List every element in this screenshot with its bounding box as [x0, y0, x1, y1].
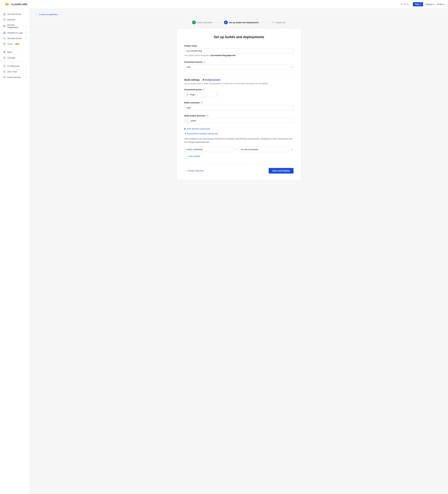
svg-point-1	[3, 19, 5, 21]
cloudflare-logo-icon	[4, 2, 10, 7]
svg-point-8	[4, 44, 5, 45]
sidebar-item-label: Discover	[7, 19, 16, 21]
sidebar-item-turnstile[interactable]: Turnstile	[0, 55, 30, 61]
turnstile-icon	[3, 56, 6, 59]
svg-rect-4	[4, 32, 5, 34]
framework-preset-select[interactable]: Hugo Next.js Gatsby Nuxt SvelteKit None	[184, 92, 218, 97]
sidebar-item-analytics-logs[interactable]: Analytics & Logs ▾	[0, 30, 30, 36]
home-icon	[3, 12, 6, 15]
framework-select-wrapper: H Hugo Next.js Gatsby Nuxt SvelteKit Non…	[184, 92, 218, 97]
sidebar-item-label: Email Security	[7, 76, 21, 78]
svg-point-9	[3, 51, 5, 53]
step-select-repo: ✓ Select repository	[192, 21, 212, 24]
shield-icon	[3, 37, 6, 40]
app-layout: Account Home Discover Domain Registratio…	[0, 9, 448, 494]
configuring-badge: Configuring builds	[202, 79, 221, 81]
build-output-wrapper: /	[184, 118, 293, 123]
framework-preset-label: Framework preset ?	[184, 88, 293, 91]
env-var-value-input[interactable]	[239, 147, 288, 152]
cloudflare-logo[interactable]: CLOUDFLARE	[4, 2, 27, 7]
form-title: Set up builds and deployments	[184, 35, 293, 39]
env-var-name-input[interactable]	[184, 147, 234, 152]
build-output-prefix: /	[184, 118, 189, 123]
profile-link[interactable]: Profile ▾	[437, 3, 444, 5]
build-settings-header: Build settings Configuring builds	[184, 78, 293, 81]
save-deploy-button[interactable]: Save and Deploy	[269, 168, 293, 173]
goto-label: Go to...	[404, 3, 411, 5]
sidebar-item-domain-registration[interactable]: Domain Registration ▾	[0, 22, 30, 30]
svg-text:H: H	[187, 94, 188, 95]
chevron-icon: ▾	[26, 32, 27, 34]
configuring-badge-dot	[203, 79, 204, 80]
breadcrumb-label: Create an application	[39, 13, 58, 16]
build-command-input[interactable]	[184, 105, 293, 110]
project-name-section: Project name Your project will be deploy…	[184, 45, 293, 57]
sidebar-item-label: Domain Registration	[7, 24, 25, 28]
hugo-logo-icon: H	[186, 93, 189, 96]
build-command-section: Build command ?	[184, 101, 293, 110]
step-connector-2	[260, 22, 269, 23]
sidebar-item-waf[interactable]: WAF	[0, 49, 30, 55]
sidebar-item-trace[interactable]: Trace Beta	[0, 41, 30, 47]
build-command-help-icon[interactable]: ?	[201, 102, 203, 104]
root-directory-label: Root directory (advanced)	[187, 128, 210, 130]
step-3-num: 3	[271, 21, 274, 24]
env-variable-row: = ✕	[184, 147, 293, 152]
production-branch-select[interactable]: main master develop	[184, 64, 293, 70]
build-output-section: Build output directory ? /	[184, 114, 293, 123]
trace-icon	[3, 42, 6, 45]
add-button[interactable]: Add ▾	[413, 2, 423, 6]
chart-icon	[3, 31, 6, 34]
env-variables-accordion[interactable]: ▼ Environment variables (advanced)	[184, 133, 293, 135]
search-icon	[401, 3, 403, 5]
sidebar-item-discover[interactable]: Discover	[0, 17, 30, 22]
location-icon	[3, 65, 6, 67]
chevron-icon: ▾	[26, 25, 27, 27]
production-branch-select-wrapper: main master develop ▾	[184, 64, 293, 70]
beta-badge: Beta	[15, 43, 20, 45]
sidebar-item-label: IP Addresses	[7, 65, 20, 67]
sidebar-item-email-security[interactable]: Email Security ▾	[0, 74, 30, 80]
env-equals-sign: =	[236, 148, 237, 151]
step-connector-1	[213, 22, 223, 23]
project-name-input[interactable]	[184, 48, 293, 53]
sidebar-item-label: WAF	[7, 51, 12, 53]
svg-rect-3	[3, 33, 4, 34]
build-output-help-icon[interactable]: ?	[206, 115, 209, 117]
chevron-icon: ▾	[26, 76, 27, 78]
sidebar-item-security-center[interactable]: Security Center ▾	[0, 36, 30, 41]
sidebar-item-account-home[interactable]: Account Home	[0, 11, 30, 17]
sidebar-item-label: Security Center	[7, 37, 22, 39]
main-content: ← Create an application ✓ Select reposit…	[30, 9, 448, 494]
goto-link[interactable]: Go to...	[401, 3, 411, 5]
email-icon	[3, 76, 6, 79]
root-directory-accordion[interactable]: ▶ Root directory (advanced)	[184, 128, 293, 130]
chevron-right-icon: ▶	[184, 128, 186, 130]
env-remove-button[interactable]: ✕	[290, 147, 293, 152]
change-repository-link[interactable]: ← Change repository	[184, 170, 204, 172]
framework-help-icon[interactable]: ?	[203, 88, 205, 91]
sidebar-item-label: Zero Trust	[7, 71, 17, 73]
build-output-input[interactable]	[189, 118, 293, 123]
form-footer: ← Change repository Save and Deploy	[184, 164, 293, 173]
sidebar-divider-2	[0, 62, 30, 62]
profile-chevron-icon: ▾	[443, 3, 444, 5]
svg-rect-5	[5, 32, 5, 34]
waf-icon	[3, 51, 6, 53]
build-command-label: Build command ?	[184, 101, 293, 104]
sidebar-item-label: Analytics & Logs	[7, 32, 23, 34]
top-nav: CLOUDFLARE Go to... Add ▾ Support ▾ Prof…	[0, 0, 448, 9]
step-1-label: Select repository	[197, 21, 212, 24]
sidebar-item-ip-addresses[interactable]: IP Addresses ▾	[0, 63, 30, 69]
sidebar-item-zero-trust[interactable]: Zero Trust	[0, 69, 30, 74]
discover-icon	[3, 18, 6, 21]
stepper: ✓ Select repository 2 Set up builds and …	[36, 21, 442, 24]
breadcrumb-link[interactable]: ← Create an application	[36, 13, 58, 16]
add-variable-label: Add variable	[189, 155, 200, 157]
add-variable-button[interactable]: + Add variable	[184, 154, 202, 159]
step-1-num: ✓	[192, 21, 196, 24]
chevron-down-icon: ▼	[184, 133, 186, 135]
production-branch-help-icon[interactable]: ?	[203, 61, 206, 63]
support-link[interactable]: Support ▾	[426, 3, 435, 5]
production-branch-label: Production branch ?	[184, 61, 293, 63]
